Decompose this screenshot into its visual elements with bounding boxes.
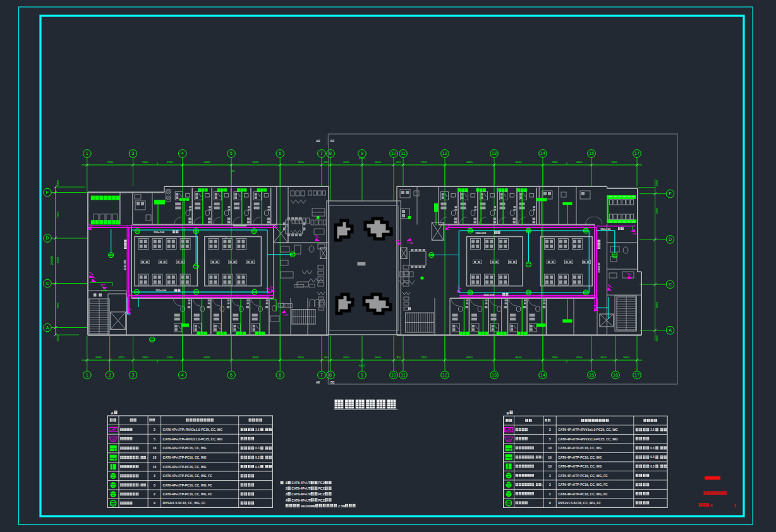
svg-text:150x100: 150x100 [475,231,487,234]
svg-text:1000: 1000 [56,336,59,342]
svg-text:CAT6-4P+UTP+RVV2x1.0-PC25, CC,: CAT6-4P+UTP+RVV2x1.0-PC25, CC, WG [163,428,223,432]
svg-text:CAT6-4P+UTP-PC16, CC, WG: CAT6-4P+UTP-PC16, CC, WG [558,464,602,468]
svg-text:C: C [669,282,672,287]
svg-text:0.3: 0.3 [255,447,260,450]
svg-text:150x100: 150x100 [123,260,126,270]
svg-text:2940: 2940 [552,160,558,164]
svg-text:3: 3 [549,483,551,487]
svg-text:CAT6-4P+UTP-PC16, CC, WG: CAT6-4P+UTP-PC16, CC, WG [163,446,207,450]
svg-text:7: 7 [320,151,323,155]
svg-text:3: 3 [549,474,551,478]
svg-text:3600: 3600 [623,356,629,359]
svg-text:AR: AR [316,140,320,143]
svg-text:6000: 6000 [343,160,349,164]
svg-text:12: 12 [442,151,447,155]
svg-text:4500: 4500 [118,356,124,359]
svg-text:0.3: 0.3 [650,465,655,468]
svg-text:A: A [669,328,672,332]
svg-text:7000: 7000 [56,212,59,218]
svg-text:TV: TV [508,429,511,432]
svg-text:6: 6 [279,151,281,155]
svg-text:5: 5 [230,151,233,155]
svg-text:1000: 1000 [655,336,658,342]
svg-text:CZ: CZ [112,438,115,440]
svg-text:5: 5 [154,437,155,441]
svg-text:F: F [669,191,671,196]
svg-text:2: 2 [154,428,155,432]
svg-text:13: 13 [492,373,497,377]
svg-text:CAT6-4P+UTP-PC16, CC, WG: CAT6-4P+UTP-PC16, CC, WG [163,456,207,459]
svg-text:8: 8 [329,151,332,155]
svg-text:12: 12 [442,373,447,377]
svg-text:750: 750 [230,169,235,172]
svg-text:BC: BC [330,381,335,384]
svg-text:CAT6-4P+UTP+RVV2x1.0-PC25, CC,: CAT6-4P+UTP+RVV2x1.0-PC25, CC, WG [558,437,618,441]
svg-text:2400: 2400 [56,257,59,263]
svg-text:7800: 7800 [655,302,658,308]
svg-text:A: A [46,325,49,330]
svg-text:TV: TV [112,429,116,432]
svg-text:2.5: 2.5 [255,428,260,432]
svg-text:CZ: CZ [507,438,511,440]
svg-text:150x100: 150x100 [155,289,167,292]
svg-text:8440: 8440 [516,160,522,164]
svg-text:CAT6-4P+UTP: CAT6-4P+UTP [291,499,313,502]
svg-text:16: 16 [153,465,157,469]
svg-text:3: 3 [132,373,135,377]
svg-text:7800: 7800 [611,160,617,164]
svg-text:CAT6-4P+UTP: CAT6-4P+UTP [291,487,313,490]
svg-text:3: 3 [154,474,155,478]
svg-text:2: 2 [109,373,111,377]
svg-text:10: 10 [391,373,396,377]
svg-text:2900: 2900 [167,160,173,164]
svg-text:CAT6-4P+UTP+RVV2x1.0-PC25, CC,: CAT6-4P+UTP+RVV2x1.0-PC25, CC, WG [163,437,223,441]
svg-text:RVS2x1.5-SC16, CC, WG, FC: RVS2x1.5-SC16, CC, WG, FC [163,501,206,505]
svg-text:4200: 4200 [576,356,583,359]
svg-text:5: 5 [549,437,551,441]
svg-text:150x100: 150x100 [597,262,600,273]
svg-text:4: 4 [181,151,184,155]
svg-text:0.3: 0.3 [650,447,655,450]
svg-text:1: 1 [86,373,88,377]
svg-text:8420: 8420 [359,364,365,367]
svg-text:4: 4 [181,373,184,377]
svg-text:13: 13 [492,151,497,155]
svg-text:3300: 3300 [142,160,149,164]
svg-text:CAT6-4P+UTP+RVV2x1.0-PC25, CC,: CAT6-4P+UTP+RVV2x1.0-PC25, CC, WG [558,428,618,432]
svg-text:BZ: BZ [330,140,334,143]
svg-text:8400: 8400 [466,356,473,359]
svg-text:F: F [46,190,49,195]
svg-text:8420: 8420 [359,157,365,160]
svg-text:9: 9 [154,501,155,505]
svg-text:16: 16 [153,446,157,450]
svg-text:24400: 24400 [50,256,54,265]
svg-text:AE: AE [316,381,320,384]
svg-text:7800: 7800 [655,208,658,214]
svg-text:8400: 8400 [253,356,259,359]
svg-text:5: 5 [230,373,233,377]
svg-text:CAT6-4P+UTP-PC16, CC, WG, FC: CAT6-4P+UTP-PC16, CC, WG, FC [558,483,608,487]
svg-text:3600: 3600 [600,356,607,359]
svg-text:150x100: 150x100 [154,231,165,234]
svg-text:AH100MM,: AH100MM, [301,504,317,508]
svg-text:9: 9 [549,501,551,505]
svg-text:3300: 3300 [142,356,149,359]
svg-text:300: 300 [396,160,401,164]
svg-text:2.5: 2.5 [650,428,655,432]
svg-text:CAT6-4P+UTP: CAT6-4P+UTP [291,492,313,496]
svg-text:2900: 2900 [167,356,173,359]
svg-text:3: 3 [154,483,155,487]
svg-text:10: 10 [548,446,552,450]
svg-text:3300: 3300 [576,160,583,164]
svg-text:6: 6 [279,373,281,377]
svg-text:15: 15 [589,373,594,377]
svg-text:300: 300 [324,356,329,359]
svg-text:300: 300 [324,160,329,164]
svg-text:2: 2 [286,487,288,490]
svg-text:9: 9 [361,373,363,377]
svg-text:7800: 7800 [421,160,427,164]
svg-text:D: D [45,236,49,240]
svg-text:9: 9 [361,151,363,155]
svg-text:6000: 6000 [375,160,381,164]
svg-text:CAT6-4P+UTP-PC16, CC, WG: CAT6-4P+UTP-PC16, CC, WG [558,456,602,459]
